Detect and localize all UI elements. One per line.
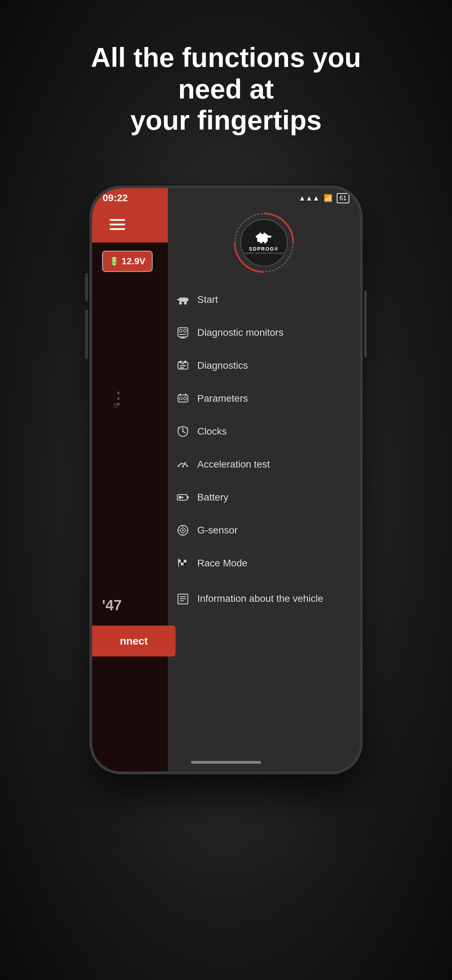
menu-item-race-mode[interactable]: Race Mode <box>168 547 360 580</box>
start-icon <box>176 293 189 306</box>
svg-rect-18 <box>180 361 181 363</box>
svg-rect-41 <box>187 496 189 498</box>
battery-voltage-display: 🔋 12.9V <box>102 251 153 272</box>
connect-button[interactable]: nnect <box>92 626 175 657</box>
battery-icon-small: 🔋 <box>109 257 119 266</box>
number-display: '47 <box>102 597 122 614</box>
logo-inner-circle: SDPROG® SMART DRIVER PROGRAM <box>240 219 288 266</box>
race-mode-label: Race Mode <box>197 558 247 569</box>
svg-rect-56 <box>181 563 184 565</box>
home-indicator <box>191 761 261 764</box>
voltage-value: 12.9V <box>122 256 145 267</box>
svg-rect-54 <box>184 560 186 563</box>
diagnostics-label: Diagnostics <box>197 360 248 371</box>
acceleration-test-icon <box>176 458 189 471</box>
signal-icon: ▲▲▲ <box>299 194 320 202</box>
headline-line2: your fingertips <box>131 105 321 136</box>
svg-point-47 <box>182 529 184 531</box>
svg-rect-26 <box>180 394 181 396</box>
svg-point-35 <box>182 466 184 467</box>
headline: All the functions you need at your finge… <box>33 42 419 136</box>
vehicle-info-label: Information about the vehicle <box>197 592 323 605</box>
diagnostics-icon <box>176 359 189 372</box>
status-time: 09:22 <box>103 192 128 204</box>
menu-item-diagnostic-monitors[interactable]: Diagnostic monitors <box>168 316 360 349</box>
menu-item-start[interactable]: Start <box>168 283 360 316</box>
side-button-power <box>364 291 367 357</box>
svg-point-13 <box>184 329 186 332</box>
menu-item-vehicle-info[interactable]: Information about the vehicle <box>168 580 360 618</box>
svg-rect-53 <box>181 560 184 563</box>
logo-subtitle-text: SMART DRIVER PROGRAM <box>244 252 284 255</box>
phone-screen: 09:22 ▲▲▲ 📶 61 🔋 12.9V <box>92 188 360 772</box>
svg-rect-27 <box>185 394 186 396</box>
svg-rect-7 <box>264 241 266 243</box>
menu-item-g-sensor[interactable]: G-sensor <box>168 514 360 547</box>
menu-item-battery[interactable]: Battery <box>168 481 360 514</box>
svg-rect-57 <box>184 563 186 565</box>
svg-point-10 <box>184 302 187 305</box>
svg-point-31 <box>182 431 184 432</box>
svg-rect-11 <box>187 299 188 301</box>
svg-rect-2 <box>259 233 261 235</box>
svg-line-33 <box>187 427 188 428</box>
hamburger-menu[interactable] <box>110 219 125 230</box>
svg-rect-22 <box>180 368 184 368</box>
svg-rect-1 <box>257 234 268 242</box>
wifi-icon: 📶 <box>324 194 333 202</box>
diagnostic-monitors-label: Diagnostic monitors <box>197 327 283 338</box>
parameters-icon <box>176 392 189 405</box>
svg-rect-19 <box>184 361 186 363</box>
battery-menu-icon <box>176 491 189 504</box>
connect-label: nnect <box>120 635 148 647</box>
svg-rect-5 <box>256 235 258 238</box>
hamburger-icon <box>110 219 125 230</box>
status-icons: ▲▲▲ 📶 61 <box>299 193 349 203</box>
diagnostic-monitors-icon <box>176 326 189 339</box>
svg-rect-42 <box>179 496 181 499</box>
side-button-volume-up <box>85 273 88 301</box>
engine-logo-icon <box>255 231 273 245</box>
svg-point-12 <box>180 329 182 332</box>
phone-container: 09:22 ▲▲▲ 📶 61 🔋 12.9V <box>89 185 363 774</box>
vehicle-info-icon <box>176 593 189 605</box>
headline-line1: All the functions you need at <box>91 42 361 105</box>
svg-rect-60 <box>180 596 186 597</box>
svg-rect-62 <box>180 600 184 601</box>
svg-point-9 <box>179 302 182 305</box>
svg-point-25 <box>184 397 186 400</box>
svg-rect-20 <box>181 363 184 364</box>
acceleration-test-label: Acceleration test <box>197 459 270 470</box>
menu-item-diagnostics[interactable]: Diagnostics <box>168 349 360 382</box>
menu-list: Start <box>168 283 360 618</box>
race-mode-icon <box>176 557 189 570</box>
parameters-label: Parameters <box>197 393 248 404</box>
svg-rect-6 <box>260 241 262 243</box>
menu-item-parameters[interactable]: Parameters <box>168 382 360 415</box>
battery-label: Battery <box>197 492 228 503</box>
trademark: ® <box>113 402 118 409</box>
phone-frame: 09:22 ▲▲▲ 📶 61 🔋 12.9V <box>89 185 363 774</box>
menu-item-clocks[interactable]: Clocks <box>168 415 360 448</box>
right-panel: SDPROG® SMART DRIVER PROGRAM <box>168 188 360 772</box>
svg-point-24 <box>180 397 182 400</box>
logo-brand-text: SDPROG® <box>249 246 279 252</box>
clocks-label: Clocks <box>197 426 227 437</box>
clocks-icon <box>176 425 189 438</box>
battery-status-icon: 61 <box>337 193 349 203</box>
svg-rect-14 <box>180 334 186 335</box>
start-label: Start <box>197 294 218 305</box>
svg-line-32 <box>178 427 179 428</box>
side-button-volume-down <box>85 310 88 359</box>
svg-rect-61 <box>180 598 186 599</box>
g-sensor-icon <box>176 524 189 537</box>
g-sensor-label: G-sensor <box>197 525 237 536</box>
menu-item-acceleration-test[interactable]: Acceleration test <box>168 448 360 481</box>
svg-rect-16 <box>180 337 186 339</box>
svg-rect-4 <box>268 235 271 238</box>
status-bar: 09:22 ▲▲▲ 📶 61 <box>103 192 349 204</box>
logo-circle: SDPROG® SMART DRIVER PROGRAM <box>233 212 295 274</box>
svg-rect-3 <box>264 233 266 235</box>
svg-rect-21 <box>180 365 186 366</box>
